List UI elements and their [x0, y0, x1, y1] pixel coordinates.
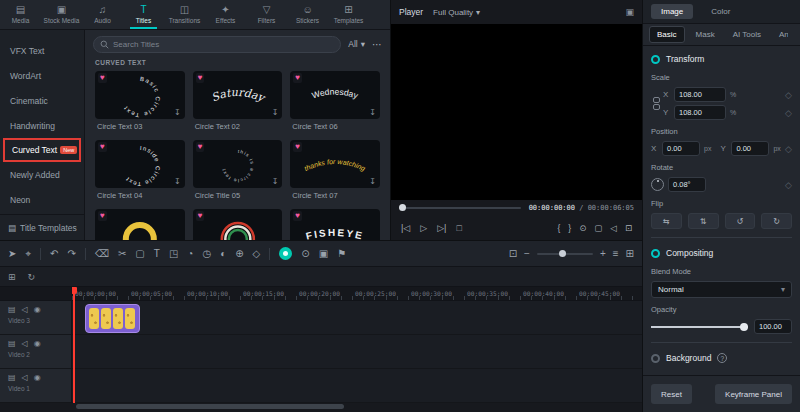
record-button[interactable] — [279, 247, 292, 260]
position-y-input[interactable]: 0.00 — [731, 141, 769, 156]
voiceover-icon[interactable]: ⊙ — [301, 249, 309, 259]
download-icon[interactable]: ↧ — [174, 109, 181, 117]
search-input[interactable] — [113, 40, 334, 49]
keyframe-icon[interactable]: ◇ — [785, 180, 792, 190]
mute-icon[interactable]: ◁ — [610, 223, 617, 233]
title-template-card[interactable]: ♥ — [193, 209, 283, 240]
favorite-icon[interactable]: ♥ — [293, 142, 302, 152]
track-source-icon[interactable]: ▤ — [8, 373, 16, 382]
list-view-icon[interactable]: ≡ — [613, 249, 619, 259]
seek-knob[interactable] — [399, 204, 406, 211]
download-icon[interactable]: ↧ — [272, 178, 279, 186]
scale-x-input[interactable]: 108.00 — [674, 87, 726, 102]
screen-record-icon[interactable]: ▣ — [319, 249, 328, 259]
sidebar-item-vfx-text[interactable]: VFX Text — [0, 38, 84, 63]
sidebar-item-neon[interactable]: Neon — [0, 187, 84, 212]
pip-icon[interactable]: ◳ — [169, 249, 178, 259]
play-button[interactable]: ▷ — [420, 223, 427, 233]
seek-slider[interactable] — [399, 207, 521, 209]
zoom-slider[interactable] — [537, 253, 593, 255]
undo-icon[interactable]: ↶ — [50, 249, 58, 259]
zoom-out-icon[interactable]: − — [524, 249, 530, 259]
hide-track-icon[interactable]: ◉ — [34, 305, 41, 314]
text-tool-icon[interactable]: T — [154, 249, 160, 259]
zoom-tool-icon[interactable]: ⌖ — [25, 249, 31, 259]
title-preview[interactable]: Wednesday ♥ ↧ — [290, 71, 380, 119]
title-template-card[interactable]: Saturday ♥ ↧ Circle Text 02 — [193, 71, 283, 133]
title-preview[interactable]: Saturday ♥ ↧ — [193, 71, 283, 119]
keyframe-panel-button[interactable]: Keyframe Panel — [715, 384, 792, 404]
keyframe-icon[interactable]: ◇ — [785, 144, 792, 154]
sidebar-item-handwriting[interactable]: Handwriting — [0, 113, 84, 138]
title-template-card[interactable]: FISHEYE ♥ ↧ — [290, 209, 380, 240]
mark-in-icon[interactable]: { — [557, 223, 560, 233]
tab-image[interactable]: Image — [651, 4, 693, 19]
favorite-icon[interactable]: ♥ — [98, 73, 107, 83]
zoom-in-icon[interactable]: + — [600, 249, 606, 259]
stop-button[interactable]: □ — [456, 223, 461, 233]
marker-icon[interactable]: ⚑ — [337, 249, 346, 259]
title-template-card[interactable]: ♥ — [95, 209, 185, 240]
rotate-cw-button[interactable]: ↻ — [761, 213, 792, 229]
tab-effects[interactable]: ✦Effects — [205, 0, 246, 29]
transform-toggle[interactable] — [651, 55, 660, 64]
track-source-icon[interactable]: ▤ — [8, 305, 16, 314]
title-template-card[interactable]: Basic Circle Text ♥ ↧ Circle Text 03 — [95, 71, 185, 133]
title-preview[interactable]: ♥ — [193, 209, 283, 240]
speed-icon[interactable]: ◔ — [187, 249, 193, 259]
blend-mode-select[interactable]: Normal ▾ — [651, 281, 792, 298]
track-header-video-1[interactable]: ▤ ◁ ◉ Video 1 — [0, 369, 71, 403]
motion-tracking-icon[interactable]: ⊕ — [235, 249, 243, 259]
track-lane[interactable] — [72, 369, 642, 403]
download-icon[interactable]: ↧ — [174, 178, 181, 186]
tab-media[interactable]: ▤Media — [0, 0, 41, 29]
subtab-basic[interactable]: Basic — [649, 26, 685, 43]
timeline-clip[interactable] — [85, 304, 140, 333]
mute-track-icon[interactable]: ◁ — [22, 339, 28, 348]
link-scale-icon[interactable] — [651, 97, 661, 110]
mask-icon[interactable]: ◐ — [220, 249, 226, 259]
crop-icon[interactable]: ▢ — [135, 249, 144, 259]
preview-viewport[interactable] — [391, 24, 642, 200]
title-preview[interactable]: Inside Circle Text ♥ ↧ — [95, 140, 185, 188]
sidebar-item-wordart[interactable]: WordArt — [0, 63, 84, 88]
favorite-icon[interactable]: ♥ — [196, 73, 205, 83]
zoom-knob[interactable] — [559, 250, 566, 257]
title-preview[interactable]: FISHEYE ♥ ↧ — [290, 209, 380, 240]
mark-out-icon[interactable]: } — [568, 223, 571, 233]
position-x-input[interactable]: 0.00 — [662, 141, 700, 156]
prev-frame-button[interactable]: |◁ — [401, 223, 410, 233]
search-box[interactable] — [93, 36, 341, 53]
title-preview[interactable]: this is a circle text ♥ ↧ — [193, 140, 283, 188]
preview-window-icon[interactable]: ▢ — [594, 223, 602, 233]
background-section-header[interactable]: Background ? — [651, 351, 792, 365]
rotate-ccw-button[interactable]: ↺ — [725, 213, 756, 229]
download-icon[interactable]: ↧ — [272, 109, 279, 117]
tab-stickers[interactable]: ☺Stickers — [287, 0, 328, 29]
keyframe-icon[interactable]: ◇ — [785, 90, 792, 100]
quality-dropdown[interactable]: Full Quality ▾ — [433, 8, 480, 17]
hide-track-icon[interactable]: ◉ — [34, 373, 41, 382]
keyframe-icon[interactable]: ◇ — [785, 108, 792, 118]
title-preview[interactable]: ♥ — [95, 209, 185, 240]
favorite-icon[interactable]: ♥ — [98, 142, 107, 152]
rotate-input[interactable]: 0.08° — [668, 177, 706, 192]
redo-icon[interactable]: ↷ — [67, 249, 75, 259]
pointer-tool-icon[interactable]: ➤ — [8, 249, 16, 259]
title-preview[interactable]: thanks for watching ♥ ↧ — [290, 140, 380, 188]
tab-titles[interactable]: TTitles — [123, 0, 164, 29]
tab-color[interactable]: Color — [701, 4, 740, 19]
download-icon[interactable]: ↧ — [369, 109, 376, 117]
next-frame-button[interactable]: ▷| — [437, 223, 446, 233]
duration-icon[interactable]: ◷ — [202, 249, 211, 259]
delete-icon[interactable]: ⌫ — [95, 249, 109, 259]
rotate-dial[interactable] — [651, 178, 664, 191]
sidebar-item-newly-added[interactable]: Newly Added — [0, 162, 84, 187]
opacity-input[interactable]: 100.00 — [754, 319, 792, 334]
fullscreen-icon[interactable]: ⊡ — [625, 223, 632, 233]
subtab-mask[interactable]: Mask — [689, 27, 722, 42]
tab-filters[interactable]: ▽Filters — [246, 0, 287, 29]
favorite-icon[interactable]: ♥ — [98, 211, 107, 221]
view-settings-icon[interactable]: ▣ — [625, 7, 634, 17]
transform-section-header[interactable]: Transform — [651, 52, 792, 66]
